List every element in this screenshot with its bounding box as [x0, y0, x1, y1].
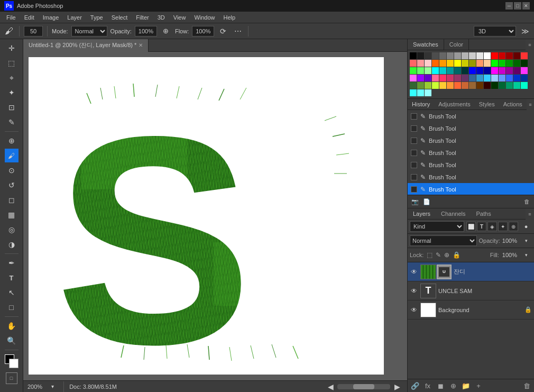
swatch-color[interactable]	[425, 60, 431, 67]
menu-type[interactable]: Type	[86, 13, 107, 22]
create-document-button[interactable]: 📄	[421, 196, 432, 207]
lock-all-icon[interactable]: 🔒	[453, 251, 461, 259]
opacity-arrow[interactable]: ▾	[520, 235, 532, 247]
quick-select-tool[interactable]: ✦	[5, 86, 19, 99]
menu-image[interactable]: Image	[39, 13, 63, 22]
swatch-color[interactable]	[491, 52, 498, 59]
layer-visibility-eye[interactable]: 👁	[410, 268, 418, 276]
marquee-tool[interactable]: ⬚	[5, 56, 19, 70]
group-layers-button[interactable]: 📁	[461, 380, 471, 391]
filter-shape-icon[interactable]: ◈	[487, 222, 497, 231]
menu-3d[interactable]: 3D	[153, 13, 169, 22]
swatch-color[interactable]	[454, 75, 461, 81]
spot-heal-tool[interactable]: ⊕	[5, 134, 19, 148]
swatch-color[interactable]	[484, 75, 491, 81]
tab-close-button[interactable]: ✕	[139, 42, 143, 48]
swatch-color[interactable]	[425, 67, 431, 74]
blend-mode-select[interactable]: Normal Multiply Screen	[410, 235, 477, 246]
scroll-right-button[interactable]: ▶	[391, 381, 403, 393]
scroll-left-button[interactable]: ◀	[325, 381, 336, 393]
history-checkbox[interactable]	[411, 125, 417, 132]
type-tool[interactable]: T	[5, 271, 19, 285]
layer-item[interactable]: 👁 U 잔디	[408, 262, 534, 281]
layer-item[interactable]: 👁 Background 🔒	[408, 300, 534, 320]
history-checkbox[interactable]	[411, 186, 417, 193]
history-checkbox[interactable]	[411, 174, 417, 180]
tab-actions[interactable]: Actions	[499, 99, 527, 110]
swatch-color[interactable]	[513, 75, 520, 81]
swatch-color[interactable]	[513, 60, 520, 67]
menu-view[interactable]: View	[169, 13, 190, 22]
lock-art-board-icon[interactable]: ⊕	[444, 251, 449, 259]
history-item[interactable]: ✎ Brush Tool	[408, 183, 534, 195]
history-panel-menu[interactable]: ≡	[527, 101, 534, 109]
swatch-color[interactable]	[499, 82, 505, 89]
layer-visibility-eye[interactable]: 👁	[410, 287, 418, 295]
lock-position-icon[interactable]: ✎	[436, 251, 441, 259]
history-item[interactable]: ✎ Brush Tool	[408, 159, 534, 171]
menu-window[interactable]: Window	[190, 13, 219, 22]
dodge-tool[interactable]: ◑	[5, 238, 19, 251]
minimize-button[interactable]: ─	[505, 2, 513, 10]
filter-pixel-icon[interactable]: ⬜	[466, 222, 476, 231]
swatch-color[interactable]	[506, 52, 513, 59]
swatch-color[interactable]	[476, 60, 483, 67]
opacity-input[interactable]	[135, 26, 157, 37]
history-checkbox[interactable]	[411, 162, 417, 168]
fill-arrow[interactable]: ▾	[520, 249, 532, 261]
tab-styles[interactable]: Styles	[475, 99, 499, 110]
mode-select[interactable]: Normal Dissolve Multiply	[71, 26, 107, 37]
swatch-color[interactable]	[499, 52, 505, 59]
filter-type-icon[interactable]: T	[477, 222, 486, 231]
swatch-color[interactable]	[447, 82, 454, 89]
background-color[interactable]	[9, 359, 19, 368]
hand-tool[interactable]: ✋	[5, 319, 19, 333]
swatch-color[interactable]	[484, 60, 491, 67]
swatch-color[interactable]	[454, 82, 461, 89]
swatch-color[interactable]	[410, 60, 417, 67]
tab-channels[interactable]: Channels	[436, 208, 471, 219]
swatch-color[interactable]	[439, 67, 446, 74]
swatch-color[interactable]	[432, 82, 439, 89]
swatch-color[interactable]	[462, 82, 468, 89]
swatch-color[interactable]	[491, 75, 498, 81]
swatch-color[interactable]	[417, 89, 424, 96]
history-checkbox[interactable]	[411, 113, 417, 120]
swatch-color[interactable]	[521, 60, 528, 67]
layer-filter-toggle[interactable]: ●	[520, 221, 532, 232]
swatch-color[interactable]	[462, 67, 468, 74]
quick-mask-button[interactable]: □	[6, 372, 17, 384]
history-checkbox[interactable]	[411, 138, 417, 144]
swatch-color[interactable]	[439, 52, 446, 59]
swatch-color[interactable]	[499, 75, 505, 81]
swatch-color[interactable]	[417, 60, 424, 67]
layer-item[interactable]: 👁 T UNCLE SAM	[408, 281, 534, 300]
layer-style-button[interactable]: fx	[422, 380, 433, 391]
swatch-color[interactable]	[469, 60, 476, 67]
swatch-color[interactable]	[454, 67, 461, 74]
history-item[interactable]: ✎ Brush Tool	[408, 110, 534, 122]
menu-file[interactable]: File	[2, 13, 20, 22]
swatch-color[interactable]	[506, 60, 513, 67]
delete-layer-button[interactable]: 🗑	[521, 380, 532, 391]
swatch-color[interactable]	[506, 67, 513, 74]
swatch-color[interactable]	[432, 52, 439, 59]
swatch-color[interactable]	[410, 89, 417, 96]
swatch-color[interactable]	[513, 52, 520, 59]
tablet-pressure-button[interactable]: ⟳	[217, 25, 229, 37]
swatch-color[interactable]	[513, 82, 520, 89]
swatch-color[interactable]	[454, 60, 461, 67]
history-checkbox[interactable]	[411, 150, 417, 156]
swatch-color[interactable]	[521, 82, 528, 89]
adjustment-layer-button[interactable]: ⊕	[448, 380, 458, 391]
history-brush-tool[interactable]: ↺	[5, 178, 19, 192]
swatch-color[interactable]	[506, 82, 513, 89]
clone-stamp-tool[interactable]: ⊙	[5, 163, 19, 177]
swatch-color[interactable]	[491, 67, 498, 74]
layer-visibility-eye[interactable]: 👁	[410, 306, 418, 314]
close-button[interactable]: ✕	[522, 2, 530, 10]
swatch-color[interactable]	[491, 60, 498, 67]
history-item[interactable]: ✎ Brush Tool	[408, 122, 534, 134]
layers-kind-select[interactable]: Kind	[410, 221, 464, 232]
flow-input[interactable]	[192, 26, 214, 37]
